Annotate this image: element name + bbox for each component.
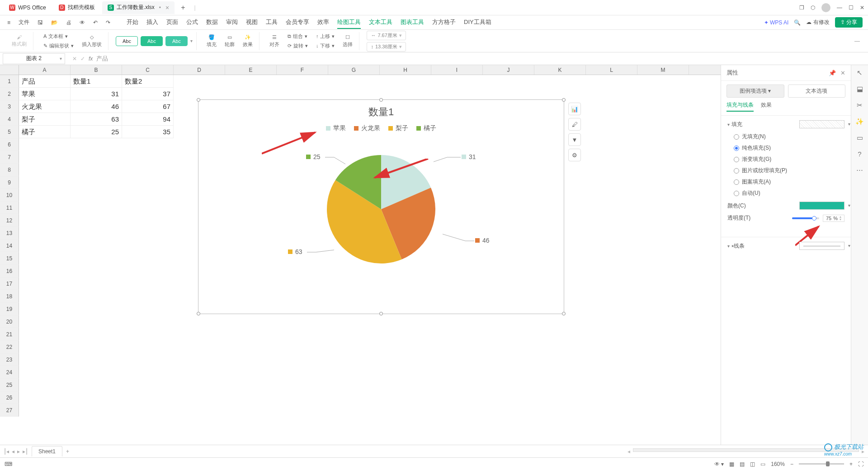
collapse-ribbon-icon[interactable]: — [854,38,863,44]
radio-pic[interactable]: 图片或纹理填充(P) [734,167,844,174]
cell[interactable]: 梨子 [19,113,71,126]
group-btn[interactable]: ⧉组合 ▾ [285,32,311,41]
handle-br[interactable] [562,312,566,315]
open-icon[interactable]: 📂 [49,19,60,27]
tab-member[interactable]: 会员专享 [286,16,309,29]
col-J[interactable]: J [483,65,534,75]
nav-last-icon[interactable]: ▸⎮ [23,448,28,455]
chart-legend[interactable]: 苹果 火龙果 梨子 橘子 [198,124,564,132]
tab-diy[interactable]: DIY工具箱 [464,16,491,29]
chart-title[interactable]: 数量1 [198,105,564,119]
cell[interactable]: 67 [122,100,174,113]
close-tab-icon[interactable]: × [165,4,169,11]
legend-orange[interactable]: 橘子 [416,124,436,132]
radio-solid[interactable]: 纯色填充(S) [734,144,844,152]
row-header[interactable]: 15 [0,252,19,265]
handle-bm[interactable] [379,312,383,315]
cloud-edit[interactable]: ☁ 有修改 [806,19,829,26]
status-mode-icon[interactable]: ⌨ [5,461,12,467]
style-abc1[interactable]: Abc [116,36,138,46]
tab-workbook[interactable]: S工作簿数量.xlsx•× [102,1,175,14]
cell[interactable]: 数量2 [122,75,174,88]
cell[interactable]: 苹果 [19,88,71,100]
row-header[interactable]: 1 [0,75,19,88]
col-C[interactable]: C [122,65,174,75]
zoom-slider[interactable] [799,463,844,465]
fill-preset-swatch[interactable] [799,120,844,128]
tab-chart[interactable]: 图表工具 [401,16,424,29]
col-F[interactable]: F [277,65,328,75]
row-header[interactable]: 14 [0,240,19,252]
col-A[interactable]: A [19,65,71,75]
row-header[interactable]: 8 [0,164,19,176]
cell[interactable]: 46 [71,100,122,113]
textbox-btn[interactable]: A文本框 ▾ [41,32,76,41]
cell[interactable]: 橘子 [19,126,71,138]
row-header[interactable]: 18 [0,290,19,303]
fx-icon[interactable]: fx [89,56,93,62]
add-sheet-icon[interactable]: + [66,448,69,455]
radio-grad[interactable]: 渐变填充(G) [734,155,844,163]
nav-first-icon[interactable]: ⎮◂ [4,448,9,455]
sheet-area[interactable]: A B C D E F G H I J K L M 12345678910111… [0,65,721,445]
row-header[interactable]: 19 [0,303,19,315]
cell[interactable]: 35 [122,126,174,138]
row-header[interactable]: 20 [0,315,19,328]
row-header[interactable]: 2 [0,88,19,100]
sidebar-more-icon[interactable]: ⋯ [856,166,863,174]
zoom-value[interactable]: 160% [771,461,785,467]
cell[interactable]: 产品 [19,75,71,88]
eye-icon[interactable]: 👁 ▾ [714,461,724,467]
sidebar-book-icon[interactable]: ▭ [857,134,863,142]
row-header[interactable]: 6 [0,138,19,151]
row-header[interactable]: 22 [0,341,19,353]
fill-btn[interactable]: 🪣填充 [204,33,219,49]
outline-btn[interactable]: ▭轮廓 [222,33,237,49]
tab-review[interactable]: 审阅 [226,16,238,29]
avatar[interactable] [821,3,830,12]
style-abc2[interactable]: Abc [141,36,163,46]
nav-prev-icon[interactable]: ◂ [12,448,14,455]
select-btn[interactable]: ☐选择 [340,33,355,49]
cell[interactable]: 数量1 [71,75,122,88]
row-header[interactable]: 25 [0,379,19,391]
line-title[interactable]: ▾ 线条 [727,242,844,250]
row-header[interactable]: 27 [0,404,19,417]
line-preset-swatch[interactable] [799,242,844,250]
chart-filter-icon[interactable]: ▼ [568,133,581,146]
zoom-in-icon[interactable]: + [849,461,853,467]
col-I[interactable]: I [431,65,483,75]
tab-template[interactable]: D找稻壳模板 [53,1,100,14]
tab-draw[interactable]: 绘图工具 [337,16,361,29]
tab-page[interactable]: 页面 [166,16,178,29]
subtab-fill[interactable]: 填充与线条 [726,101,754,112]
handle-bl[interactable] [197,312,200,315]
view-page-icon[interactable]: ▤ [740,461,745,467]
tab-wps-home[interactable]: WWPS Office [4,1,52,14]
pin-icon[interactable]: 📌 [829,70,836,76]
view-normal-icon[interactable]: ▦ [729,461,734,467]
row-header[interactable]: 10 [0,189,19,202]
minimize-icon[interactable]: — [837,5,842,11]
style-more[interactable]: ▾ [190,38,193,43]
save-icon[interactable]: 🖫 [36,19,45,27]
tab-tools[interactable]: 工具 [266,16,278,29]
row-header[interactable]: 21 [0,328,19,341]
col-L[interactable]: L [586,65,637,75]
hscroll-left-icon[interactable]: ◂ [627,448,630,455]
row-header[interactable]: 13 [0,227,19,240]
sidebar-style-icon[interactable]: ⬓ [857,85,863,93]
zoom-out-icon[interactable]: − [790,461,793,467]
row-header[interactable]: 24 [0,366,19,379]
tab-efficiency[interactable]: 效率 [317,16,329,29]
row-header[interactable]: 26 [0,391,19,404]
sidebar-help-icon[interactable]: ? [858,150,861,158]
cell[interactable]: 25 [71,126,122,138]
hscrollbar[interactable] [633,448,859,452]
hscroll-right-icon[interactable]: ▸ [862,448,864,455]
print-icon[interactable]: 🖨 [64,19,73,27]
height-input[interactable]: ↕13.38厘米▾ [367,42,406,52]
col-G[interactable]: G [328,65,380,75]
row-header[interactable]: 4 [0,113,19,126]
chart-settings-icon[interactable]: ⚙ [568,149,581,161]
